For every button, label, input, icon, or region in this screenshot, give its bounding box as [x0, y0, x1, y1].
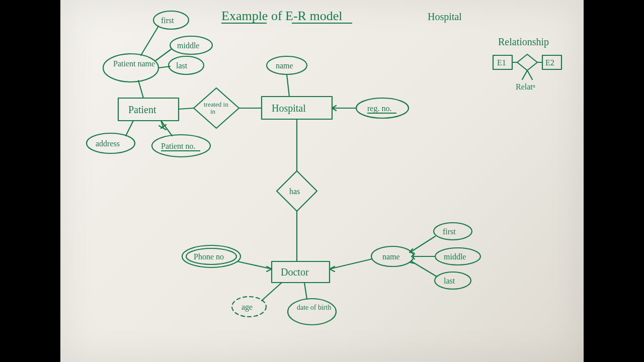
svg-line-24 — [287, 74, 289, 97]
rel-treated-in — [194, 88, 239, 128]
svg-text:first: first — [161, 16, 174, 25]
entity-patient-label: Patient — [128, 104, 156, 115]
svg-text:age: age — [242, 303, 253, 312]
attr-patient-name-label: Patient name — [113, 59, 155, 68]
svg-text:last: last — [176, 61, 188, 70]
svg-line-21 — [179, 108, 194, 109]
svg-line-9 — [141, 26, 158, 55]
svg-line-34 — [262, 283, 282, 301]
svg-text:reg. no.: reg. no. — [367, 104, 391, 113]
legend-e2: E2 — [545, 58, 554, 67]
attr-patient-name — [103, 54, 158, 82]
legend-relat: Relatⁿ — [516, 82, 535, 91]
svg-text:treated in: treated in — [204, 101, 228, 108]
diagram-title: Example of E-R model — [221, 9, 342, 23]
svg-text:name: name — [276, 61, 293, 70]
svg-line-36 — [304, 283, 307, 299]
whiteboard-paper: Example of E-R model Hospital Relationsh… — [60, 0, 584, 362]
svg-line-11 — [156, 49, 171, 60]
er-diagram: Example of E-R model Hospital Relationsh… — [60, 0, 584, 362]
svg-text:Phone no: Phone no — [194, 252, 224, 261]
svg-line-38 — [330, 259, 372, 269]
attr-dob — [288, 299, 336, 325]
entity-hospital-label: Hospital — [272, 103, 306, 114]
svg-text:last: last — [444, 277, 455, 285]
svg-text:first: first — [443, 227, 456, 236]
corner-label: Hospital — [428, 11, 462, 23]
svg-line-44 — [412, 261, 437, 277]
svg-line-15 — [126, 121, 133, 136]
svg-text:middle: middle — [444, 252, 466, 261]
svg-line-13 — [158, 66, 170, 68]
entity-doctor-label: Doctor — [281, 266, 309, 278]
svg-text:Patient no.: Patient no. — [161, 142, 195, 150]
svg-text:name: name — [382, 252, 400, 261]
legend-e1: E1 — [497, 58, 506, 67]
svg-text:date of birth: date of birth — [297, 304, 331, 311]
legend: Relationship E1 E2 Relatⁿ — [493, 36, 561, 91]
legend-title: Relationship — [498, 36, 549, 48]
svg-line-40 — [412, 236, 435, 251]
svg-line-7 — [138, 80, 143, 98]
svg-text:address: address — [96, 139, 120, 148]
svg-text:middle: middle — [177, 41, 199, 50]
svg-line-32 — [237, 261, 272, 269]
svg-text:has: has — [289, 187, 300, 196]
svg-text:in: in — [210, 108, 216, 115]
